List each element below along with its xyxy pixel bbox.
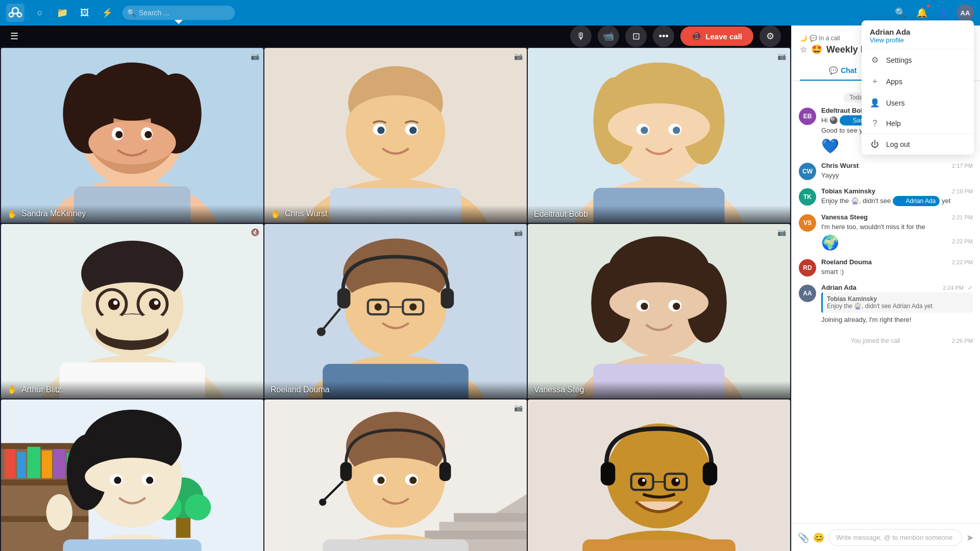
message-group-adrian: AA Adrian Ada 2:24 PM ✓ Tobias Kaminsky … xyxy=(799,284,973,325)
msg-text-roeland: smart :) xyxy=(821,267,973,277)
msg-avatar-chris: CW xyxy=(799,163,816,180)
hand-icon-chris: ✋ xyxy=(271,209,281,219)
video-toolbar: ☰ 🎙 📹 ⊡ ••• 📵 Leave call ⚙ xyxy=(0,26,791,47)
svg-point-80 xyxy=(673,303,680,310)
svg-point-66 xyxy=(317,327,326,336)
msg-avatar-tobias: TK xyxy=(799,188,816,206)
dropdown-logout-label: Log out xyxy=(886,140,910,148)
svg-rect-91 xyxy=(54,449,65,478)
svg-rect-89 xyxy=(27,447,40,478)
message-group-vanessa: VS Vanessa Steeg 2:21 PM I'm here too, w… xyxy=(799,213,973,251)
svg-point-11 xyxy=(88,121,176,165)
hamburger-menu-icon[interactable]: ☰ xyxy=(10,31,18,42)
dropdown-users[interactable]: 👤 Users xyxy=(862,92,974,113)
msg-avatar-vanessa: VS xyxy=(799,214,816,232)
cell-cam-icon-vanessa: 📷 xyxy=(777,228,786,236)
cell-mic-off-arthur: 🔇 xyxy=(251,228,259,236)
hand-icon-sandra: ✋ xyxy=(7,209,17,219)
screen-share-button[interactable]: ⊡ xyxy=(625,26,647,47)
svg-point-51 xyxy=(154,300,159,305)
system-message-row: You joined the call 2:26 PM xyxy=(799,332,973,349)
msg-text-vanessa: I'm here too, wouldn't miss it for the xyxy=(821,222,973,232)
more-options-button[interactable]: ••• xyxy=(653,26,674,47)
svg-point-25 xyxy=(409,127,416,134)
msg-avatar-adrian: AA xyxy=(799,285,816,302)
participant-name-roeland: Roeland Douma xyxy=(271,385,330,394)
msg-header-vanessa: Vanessa Steeg 2:21 PM xyxy=(821,213,973,221)
svg-point-118 xyxy=(348,458,443,494)
cell-overlay-chris: ✋ Chris Wurst xyxy=(264,205,527,223)
svg-point-106 xyxy=(46,494,72,531)
star-icon[interactable]: ☆ xyxy=(800,45,807,55)
status-item: 🌙 💬 In a call xyxy=(800,35,840,42)
video-cell-chris: ✋ Chris Wurst 📷 xyxy=(264,48,527,223)
cell-cam-icon-edeltraut: 📷 xyxy=(777,52,786,60)
nav-activity-icon[interactable]: ⚡ xyxy=(100,6,114,20)
video-cell-roeland: Roeland Douma 📷 xyxy=(264,224,527,399)
chat-tab-icon: 💬 xyxy=(829,66,838,74)
participant-name-arthur: Arthur Blitz xyxy=(21,385,61,394)
send-icon[interactable]: ➤ xyxy=(966,532,974,543)
settings-button[interactable]: ⚙ xyxy=(760,26,781,47)
svg-point-53 xyxy=(137,313,169,335)
msg-header-adrian: Adrian Ada 2:24 PM ✓ xyxy=(821,284,973,291)
msg-text-chris: Yayyy xyxy=(821,170,973,181)
nav-files-icon[interactable]: 📁 xyxy=(55,6,69,20)
msg-avatar-edeltraut: EB xyxy=(799,108,816,125)
msg-time-roeland: 2:22 PM xyxy=(952,259,973,265)
hand-icon-arthur: ✋ xyxy=(7,385,17,394)
cell-cam-icon-tobias: 📷 xyxy=(514,404,523,412)
msg-author-adrian: Adrian Ada xyxy=(821,284,856,291)
msg-content-adrian: Adrian Ada 2:24 PM ✓ Tobias Kaminsky Enj… xyxy=(821,284,973,325)
svg-rect-140 xyxy=(582,539,736,551)
chat-message-input[interactable] xyxy=(828,529,962,546)
svg-rect-127 xyxy=(323,539,469,551)
nextcloud-logo[interactable] xyxy=(6,4,24,22)
msg-emoji-time-vanessa: 2:22 PM xyxy=(952,238,973,244)
dropdown-settings-label: Settings xyxy=(886,56,912,64)
svg-point-101 xyxy=(85,458,180,496)
leave-call-label: Leave call xyxy=(705,32,742,41)
participant-name-edeltraut: Edeltraut Bobb xyxy=(534,210,588,219)
message-group-chris: CW Chris Wurst 2:17 PM Yayyy xyxy=(799,162,973,181)
attach-icon[interactable]: 📎 xyxy=(798,532,809,543)
video-feed-sandra xyxy=(1,48,263,223)
leave-call-button[interactable]: 📵 Leave call xyxy=(680,27,753,46)
search-triangle-indicator xyxy=(175,20,183,24)
dropdown-apps[interactable]: ＋ Apps xyxy=(862,70,974,92)
dropdown-help[interactable]: ? Help xyxy=(862,113,974,134)
svg-point-33 xyxy=(608,104,710,150)
main-layout: ☰ 🎙 📹 ⊡ ••• 📵 Leave call ⚙ xyxy=(0,26,980,551)
nav-circle-icon[interactable]: ○ xyxy=(33,6,47,20)
msg-content-roeland: Roeland Douma 2:22 PM smart :) xyxy=(821,258,973,277)
top-navigation: ○ 📁 🖼 ⚡ 🔍 🔍 🔔 👤 AA xyxy=(0,0,980,26)
msg-time-chris: 2:17 PM xyxy=(952,163,973,169)
system-message-time: 2:26 PM xyxy=(952,338,973,344)
svg-point-76 xyxy=(609,282,708,323)
svg-point-126 xyxy=(409,477,416,484)
svg-point-37 xyxy=(673,127,680,134)
notification-badge xyxy=(926,4,931,9)
video-feed-emily xyxy=(1,399,263,551)
svg-point-23 xyxy=(377,127,384,134)
camera-button[interactable]: 📹 xyxy=(598,26,619,47)
dropdown-logout[interactable]: ⏻ Log out xyxy=(862,134,974,155)
msg-author-vanessa: Vanessa Steeg xyxy=(821,213,868,221)
emoji-icon[interactable]: 😊 xyxy=(813,532,824,543)
svg-point-138 xyxy=(642,479,645,482)
top-search-icon[interactable]: 🔍 xyxy=(892,5,909,21)
mute-button[interactable]: 🎙 xyxy=(570,26,592,47)
video-feed-arthur xyxy=(1,224,263,399)
logout-icon: ⏻ xyxy=(870,140,880,149)
user-avatar[interactable]: AA xyxy=(957,4,974,21)
dropdown-view-profile[interactable]: View profile xyxy=(870,36,966,44)
video-area: ☰ 🎙 📹 ⊡ ••• 📵 Leave call ⚙ xyxy=(0,26,791,551)
contacts-icon[interactable]: 👤 xyxy=(935,5,951,21)
mention-adrian: 👤 Adrian Ada xyxy=(893,196,940,206)
message-group-tobias: TK Tobias Kaminsky 2:19 PM Enjoy the 🎡, … xyxy=(799,187,973,206)
video-cell-tobias: Tobias Kaminsky 📷 xyxy=(264,399,527,551)
dropdown-settings[interactable]: ⚙ Settings xyxy=(862,49,974,70)
svg-point-78 xyxy=(641,303,648,310)
search-input[interactable] xyxy=(122,6,235,20)
nav-photos-icon[interactable]: 🖼 xyxy=(78,6,92,20)
